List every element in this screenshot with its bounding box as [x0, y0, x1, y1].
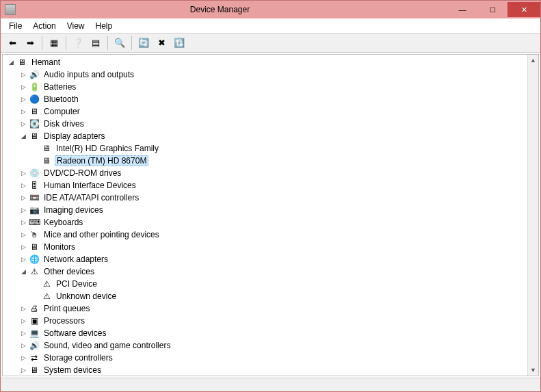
tree-device[interactable]: 🖥Intel(R) HD Graphics Family: [4, 142, 538, 155]
device-label[interactable]: DVD/CD-ROM drives: [42, 168, 122, 178]
titlebar[interactable]: Device Manager: [1, 1, 540, 18]
tree-device[interactable]: 🖥Radeon (TM) HD 8670M: [4, 155, 538, 167]
tree-device[interactable]: ⚠Unknown device: [4, 290, 538, 302]
menu-action[interactable]: Action: [27, 20, 61, 32]
expander-icon[interactable]: ▷: [19, 354, 27, 362]
device-label[interactable]: Radeon (TM) HD 8670M: [55, 155, 148, 166]
device-label[interactable]: Software devices: [42, 328, 107, 338]
tree-category[interactable]: ▷🖥System devices: [4, 364, 538, 376]
device-label[interactable]: Imaging devices: [42, 205, 105, 215]
device-label[interactable]: Monitors: [42, 242, 77, 252]
expander-icon[interactable]: ▷: [19, 329, 27, 337]
help-button[interactable]: ❔: [70, 36, 85, 51]
tree-category[interactable]: ▷⌨Keyboards: [4, 216, 538, 228]
tree-category[interactable]: ▷🎛Human Interface Devices: [4, 179, 538, 192]
device-icon: 🖥: [41, 155, 52, 166]
device-label[interactable]: Mice and other pointing devices: [42, 230, 161, 239]
scroll-up-icon[interactable]: ▲: [528, 55, 539, 66]
device-label[interactable]: Human Interface Devices: [42, 181, 137, 190]
show-hide-tree-button[interactable]: ▦: [47, 36, 62, 51]
tree-category[interactable]: ▷⇄Storage controllers: [4, 352, 538, 364]
tree-category[interactable]: ▷💿DVD/CD-ROM drives: [4, 167, 538, 179]
tree-category[interactable]: ▷🔋Batteries: [4, 81, 538, 93]
device-icon: ⚠: [29, 266, 40, 277]
device-label[interactable]: Batteries: [42, 82, 77, 92]
tree-category[interactable]: ▷🖥Computer: [4, 105, 538, 118]
properties-button[interactable]: ▤: [88, 36, 103, 51]
device-label[interactable]: Disk drives: [42, 119, 85, 129]
expander-icon[interactable]: ▷: [19, 107, 27, 116]
expander-icon[interactable]: ▷: [19, 255, 27, 263]
menu-view[interactable]: View: [62, 20, 90, 32]
scan-hardware-button[interactable]: 🔍: [112, 36, 127, 51]
tree-category[interactable]: ▷🔊Audio inputs and outputs: [4, 68, 538, 81]
expander-icon[interactable]: ▷: [19, 120, 27, 128]
uninstall-button[interactable]: ✖: [154, 36, 169, 51]
menu-help[interactable]: Help: [90, 20, 118, 32]
close-button[interactable]: [507, 2, 540, 17]
device-label[interactable]: Print queues: [42, 304, 91, 313]
device-label[interactable]: PCI Device: [55, 279, 98, 289]
device-label[interactable]: Network adapters: [42, 254, 109, 264]
tree-root[interactable]: ◢🖥Hemant: [4, 56, 538, 68]
expander-icon[interactable]: ▷: [19, 181, 27, 190]
expander-icon[interactable]: ▷: [19, 231, 27, 239]
disable-button[interactable]: 🔃: [172, 36, 187, 51]
device-label[interactable]: System devices: [42, 365, 103, 375]
expander-icon[interactable]: ◢: [19, 267, 27, 276]
expander-icon[interactable]: ▷: [19, 83, 27, 91]
expander-icon[interactable]: ▷: [19, 341, 27, 350]
tree-category[interactable]: ▷💻Software devices: [4, 327, 538, 339]
expander-icon[interactable]: ▷: [19, 218, 27, 226]
forward-button[interactable]: ➡: [23, 36, 38, 51]
device-label[interactable]: Storage controllers: [42, 353, 114, 363]
expander-icon[interactable]: ▷: [19, 95, 27, 103]
device-label[interactable]: Processors: [42, 316, 86, 326]
expander-icon[interactable]: ◢: [7, 58, 15, 66]
device-label[interactable]: Intel(R) HD Graphics Family: [55, 144, 160, 153]
expander-icon[interactable]: ▷: [19, 169, 27, 177]
expander-icon[interactable]: ▷: [19, 304, 27, 313]
scroll-down-icon[interactable]: ▼: [528, 365, 539, 376]
device-label[interactable]: Other devices: [42, 267, 96, 276]
device-label[interactable]: Sound, video and game controllers: [42, 341, 172, 350]
expander-icon[interactable]: ▷: [19, 70, 27, 79]
tree-category[interactable]: ▷📼IDE ATA/ATAPI controllers: [4, 192, 538, 204]
toolbar-separator: [131, 36, 132, 50]
tree-category[interactable]: ▷📷Imaging devices: [4, 204, 538, 216]
tree-category[interactable]: ▷🔊Sound, video and game controllers: [4, 339, 538, 352]
device-label[interactable]: Computer: [42, 107, 81, 116]
expander-icon[interactable]: ◢: [19, 132, 27, 140]
device-label[interactable]: Unknown device: [55, 291, 118, 301]
expander-icon[interactable]: ▷: [19, 366, 27, 374]
tree-category[interactable]: ▷▣Processors: [4, 315, 538, 327]
tree-category[interactable]: ▷🖨Print queues: [4, 302, 538, 315]
expander-icon[interactable]: ▷: [19, 194, 27, 202]
tree-category[interactable]: ◢⚠Other devices: [4, 265, 538, 278]
expander-icon[interactable]: ▷: [19, 243, 27, 251]
tree-category[interactable]: ▷🌐Network adapters: [4, 253, 538, 265]
tree-category[interactable]: ▷🖱Mice and other pointing devices: [4, 228, 538, 241]
device-label[interactable]: Keyboards: [42, 218, 84, 227]
tree-category[interactable]: ▷🖥Monitors: [4, 241, 538, 253]
device-label[interactable]: Hemant: [30, 57, 62, 67]
device-label[interactable]: Display adapters: [42, 131, 106, 141]
device-label[interactable]: Audio inputs and outputs: [42, 70, 135, 79]
tree-category[interactable]: ▷💽Disk drives: [4, 118, 538, 130]
scrollbar[interactable]: ▲ ▼: [527, 55, 538, 376]
device-label[interactable]: Bluetooth: [42, 94, 80, 104]
tree-category[interactable]: ◢🖥Display adapters: [4, 130, 538, 142]
device-label[interactable]: IDE ATA/ATAPI controllers: [42, 193, 140, 202]
maximize-button[interactable]: [477, 2, 507, 17]
tree-device[interactable]: ⚠PCI Device: [4, 278, 538, 290]
tree-category[interactable]: ▷🔵Bluetooth: [4, 93, 538, 105]
minimize-button[interactable]: [447, 2, 477, 17]
expander-icon[interactable]: ▷: [19, 317, 27, 325]
toolbar-separator: [66, 36, 66, 50]
menubar: File Action View Help: [1, 18, 540, 34]
back-button[interactable]: ⬅: [5, 36, 20, 51]
expander-icon[interactable]: ▷: [19, 206, 27, 214]
device-tree[interactable]: ◢🖥Hemant ▷🔊Audio inputs and outputs▷🔋Bat…: [2, 54, 539, 376]
menu-file[interactable]: File: [3, 20, 27, 32]
update-driver-button[interactable]: 🔄: [136, 36, 151, 51]
